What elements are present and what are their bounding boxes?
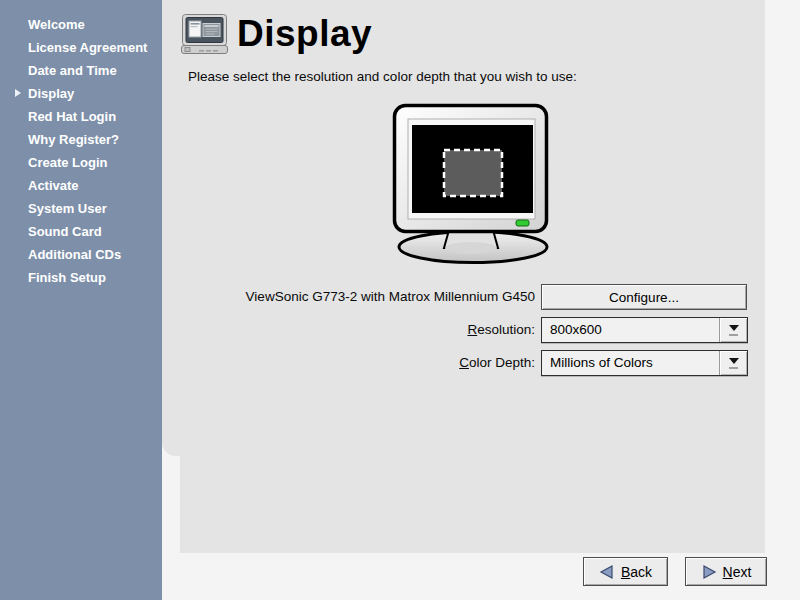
- next-label: Next: [723, 564, 752, 580]
- page-title: Display: [237, 13, 372, 55]
- sidebar-item-label: Finish Setup: [28, 270, 106, 285]
- back-label: Back: [621, 564, 652, 580]
- color-depth-select[interactable]: Millions of Colors: [541, 350, 748, 376]
- monitor-illustration: [387, 101, 563, 267]
- dropdown-underline: [729, 334, 738, 336]
- sidebar-item-license-agreement: License Agreement: [0, 36, 162, 59]
- sidebar-item-system-user: System User: [0, 197, 162, 220]
- color-depth-label: Color Depth:: [188, 355, 535, 370]
- sidebar-item-display: Display: [0, 82, 162, 105]
- resolution-select[interactable]: 800x600: [541, 317, 748, 343]
- display-monitor-icon: [181, 13, 228, 55]
- sidebar-item-welcome: Welcome: [0, 13, 162, 36]
- resolution-value: 800x600: [542, 318, 719, 342]
- sidebar-item-label: Create Login: [28, 155, 107, 170]
- sidebar-item-label: System User: [28, 201, 107, 216]
- back-accel: B: [621, 564, 630, 580]
- color-depth-rest: olor Depth:: [469, 355, 535, 370]
- next-button[interactable]: Next: [685, 557, 767, 586]
- firstboot-window: Welcome License Agreement Date and Time …: [0, 0, 800, 600]
- next-arrow-icon: [701, 564, 717, 580]
- device-label: ViewSonic G773-2 with Matrox Millennium …: [188, 289, 535, 304]
- sidebar-item-label: Additional CDs: [28, 247, 121, 262]
- wizard-step-list: Welcome License Agreement Date and Time …: [0, 13, 162, 289]
- color-depth-dropdown-button[interactable]: [719, 351, 747, 375]
- back-button[interactable]: Back: [583, 557, 668, 586]
- sidebar-item-label: Why Register?: [28, 132, 119, 147]
- instruction-text: Please select the resolution and color d…: [188, 69, 577, 84]
- sidebar-item-why-register: Why Register?: [0, 128, 162, 151]
- next-accel: N: [723, 564, 733, 580]
- sidebar-item-label: Display: [28, 86, 74, 101]
- power-led: [516, 220, 529, 226]
- back-rest: ack: [630, 564, 652, 580]
- current-step-arrow-icon: [15, 89, 21, 97]
- sidebar-item-label: Welcome: [28, 17, 85, 32]
- sidebar-item-additional-cds: Additional CDs: [0, 243, 162, 266]
- sidebar-item-date-and-time: Date and Time: [0, 59, 162, 82]
- resolution-dropdown-button[interactable]: [719, 318, 747, 342]
- chevron-down-icon: [729, 325, 739, 331]
- sidebar-item-label: License Agreement: [28, 40, 147, 55]
- sidebar-item-label: Activate: [28, 178, 79, 193]
- resolution-label: Resolution:: [188, 322, 535, 337]
- chevron-down-icon: [729, 358, 739, 364]
- wizard-steps-sidebar: Welcome License Agreement Date and Time …: [0, 0, 162, 600]
- sidebar-item-create-login: Create Login: [0, 151, 162, 174]
- sidebar-item-finish-setup: Finish Setup: [0, 266, 162, 289]
- sidebar-item-label: Sound Card: [28, 224, 102, 239]
- back-arrow-icon: [599, 564, 615, 580]
- resolution-accel: R: [467, 322, 477, 337]
- color-depth-value: Millions of Colors: [542, 351, 719, 375]
- resolution-rest: esolution:: [477, 322, 535, 337]
- configure-button[interactable]: Configure...: [541, 284, 747, 310]
- sidebar-item-label: Date and Time: [28, 63, 117, 78]
- sidebar-item-sound-card: Sound Card: [0, 220, 162, 243]
- dropdown-underline: [729, 367, 738, 369]
- sidebar-item-activate: Activate: [0, 174, 162, 197]
- sidebar-item-red-hat-login: Red Hat Login: [0, 105, 162, 128]
- color-depth-accel: C: [459, 355, 469, 370]
- sidebar-item-label: Red Hat Login: [28, 109, 116, 124]
- next-rest: ext: [733, 564, 752, 580]
